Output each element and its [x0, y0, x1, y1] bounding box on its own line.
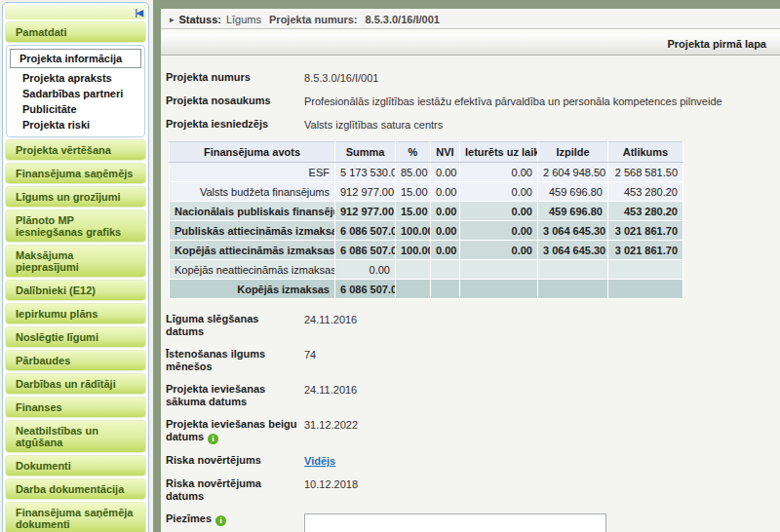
sidebar-item-finansejuma-sanemejs[interactable]: Finansējuma saņēmējs [5, 163, 146, 184]
sidebar-item-maksajuma-pieprasijumi[interactable]: Maksājuma pieprasījumi [5, 245, 146, 278]
column-header-nvi: NVI [431, 142, 460, 163]
sidebar-item-ligums-un-grozijumi[interactable]: Līgums un grozījumi [5, 186, 146, 208]
sidebar-item-finansejuma-sanemeja-dokumenti[interactable]: Finansējuma saņēmēja dokumenti [5, 502, 146, 532]
field-piezimes: Piezīmesi [166, 513, 772, 532]
table-cell [396, 260, 431, 280]
sidebar-item-darbibas-un-raditaji[interactable]: Darbības un rādītāji [5, 373, 146, 395]
submenu-panel: Projekta informācijaProjekta aprakstsSad… [6, 45, 145, 137]
field-value-projekta-numurs: 8.5.3.0/16/I/001 [304, 71, 772, 85]
table-row-nacionalais-publiskais-finansejums: Nacionālais publiskais finansējums912 97… [170, 202, 683, 221]
table-cell: 3 021 861.70 [608, 241, 683, 260]
field-label-projekta-iesniedzejs: Projekta iesniedzējs [166, 118, 304, 132]
project-number-label: Projekta numurs: [269, 14, 357, 25]
status-label: Statuss: [179, 14, 221, 25]
field-riska-novertejums: Riska novērtējumsVidējs [166, 454, 772, 468]
column-header-finansejuma-avots: Finansējuma avots [170, 142, 335, 163]
submenu-item-projekta-riski[interactable]: Projekta riski [10, 117, 141, 133]
field-value-projekta-nosaukums: Profesionālās izglītības iestāžu efektīv… [304, 95, 772, 108]
collapse-sidebar-icon[interactable]: |◀ [136, 8, 142, 18]
table-cell [396, 280, 431, 299]
table-cell: 6 086 507.00 [335, 241, 396, 260]
field-value-riska-novertejuma-datums: 10.12.2018 [304, 477, 772, 503]
sidebar-collapse-bar: |◀ [5, 5, 146, 19]
table-cell: 100.00 [396, 241, 431, 260]
finance-table-head-row: Finansējuma avotsSumma%NVIIeturēts uz la… [170, 142, 683, 163]
table-cell: Nacionālais publiskais finansējums [170, 202, 335, 221]
table-cell: Kopējās neattiecināmās izmaksas [170, 260, 335, 280]
sidebar-item-darba-dokumentacija[interactable]: Darba dokumentācija [5, 478, 146, 500]
column-header-ieturets-uz-laiku: Ieturēts uz laiku [460, 142, 538, 163]
sidebar: |◀ PamatdatiProjekta informācijaProjekta… [0, 0, 153, 532]
sidebar-item-projekta-vertesana[interactable]: Projekta vērtēšana [5, 139, 146, 161]
field-label-riska-novertejums: Riska novērtējums [166, 454, 304, 468]
notes-textarea[interactable] [304, 513, 606, 532]
project-number-value: 8.5.3.0/16/I/001 [365, 14, 439, 25]
info-icon[interactable]: i [208, 434, 218, 444]
table-cell [460, 280, 538, 299]
table-cell: 0.00 [460, 241, 538, 260]
column-header-summa: Summa [335, 142, 396, 163]
sidebar-item-planoto-mp-iesniegsanas-grafiks[interactable]: Plānoto MP iesniegšanas grafiks [5, 209, 146, 243]
table-cell: 0.00 [431, 182, 460, 202]
table-cell: Valsts budžeta finansējums [170, 182, 335, 202]
field-projekta-iesniedzejs: Projekta iesniedzējsValsts izglītības sa… [166, 118, 772, 132]
table-cell: 15.00 [396, 202, 431, 221]
field-riska-novertejuma-datums: Riska novērtējuma datums10.12.2018 [166, 477, 772, 503]
field-value-istenosanas-ilgums-menesos: 74 [304, 348, 772, 373]
submenu-item-publicitate[interactable]: Publicitāte [10, 101, 141, 117]
table-cell: 3 064 645.30 [538, 221, 608, 241]
table-cell: 15.00 [396, 182, 431, 202]
table-cell: 0.00 [460, 163, 538, 182]
main-content: ▸ Statuss: Līgums Projekta numurs: 8.5.3… [153, 0, 780, 532]
table-cell: 2 568 581.50 [608, 163, 683, 182]
page: |◀ PamatdatiProjekta informācijaProjekta… [0, 0, 780, 532]
sidebar-item-finanses[interactable]: Finanses [5, 397, 146, 418]
table-cell: 5 173 530.00 [335, 163, 396, 182]
finance-table: Finansējuma avotsSumma%NVIIeturēts uz la… [169, 141, 683, 299]
table-cell: 0.00 [431, 241, 460, 260]
table-cell: 6 086 507.00 [335, 221, 396, 241]
submenu-item-sadarbibas-partneri[interactable]: Sadarbības partneri [10, 86, 141, 101]
table-cell: ESF [170, 163, 335, 182]
table-cell [608, 280, 683, 299]
field-value-projekta-ieviesanas-sakuma-datums: 24.11.2016 [304, 383, 772, 408]
risk-rating-link[interactable]: Vidējs [304, 455, 335, 467]
sidebar-item-parbaudes[interactable]: Pārbaudes [5, 350, 146, 371]
sidebar-panel: |◀ PamatdatiProjekta informācijaProjekta… [2, 2, 149, 532]
submenu-item-projekta-informacija[interactable]: Projekta informācija [10, 49, 141, 68]
table-cell [431, 260, 460, 280]
table-row-valsts-budzeta-finansejums: Valsts budžeta finansējums912 977.0015.0… [170, 182, 683, 202]
field-value-piezimes [304, 513, 772, 532]
table-cell: 85.00 [396, 163, 431, 182]
field-label-istenosanas-ilgums-menesos: Īstenošanas ilgums mēnešos [166, 348, 304, 373]
table-cell: 459 696.80 [538, 202, 608, 221]
field-label-piezimes: Piezīmesi [166, 513, 304, 532]
field-istenosanas-ilgums-menesos: Īstenošanas ilgums mēnešos74 [166, 348, 772, 373]
table-row-kopejas-attiecinamas-izmaksas: Kopējās attiecināmās izmaksas6 086 507.0… [170, 241, 683, 260]
sidebar-item-neatbilstibas-un-atgusana[interactable]: Neatbilstības un atgūšana [5, 420, 146, 453]
field-label-projekta-ieviesanas-sakuma-datums: Projekta ieviešanas sākuma datums [166, 383, 304, 408]
status-expander-icon[interactable]: ▸ [170, 15, 175, 24]
field-projekta-ieviesanas-sakuma-datums: Projekta ieviešanas sākuma datums24.11.2… [166, 383, 772, 408]
table-cell: 0.00 [460, 202, 538, 221]
table-cell [460, 260, 538, 280]
page-title: Projekta pirmā lapa [668, 38, 767, 50]
sidebar-item-dalibnieki-e12[interactable]: Dalībnieki (E12) [5, 280, 146, 301]
table-cell: 0.00 [460, 221, 538, 241]
sidebar-item-dokumenti[interactable]: Dokumenti [5, 455, 146, 476]
table-cell: 453 280.20 [608, 182, 683, 202]
column-header-izpilde: Izpilde [538, 142, 608, 163]
table-cell: 912 977.00 [335, 202, 396, 221]
info-icon[interactable]: i [215, 515, 226, 526]
sidebar-item-pamatdati[interactable]: Pamatdati [5, 21, 146, 43]
status-value: Līgums [226, 14, 261, 25]
table-row-publiskas-attiecinamas-izmaksas: Publiskās attiecināmās izmaksas6 086 507… [170, 221, 683, 241]
table-cell: 3 064 645.30 [538, 241, 608, 260]
table-cell: 453 280.20 [608, 202, 683, 221]
sidebar-item-noslegtie-ligumi[interactable]: Noslēgtie līgumi [5, 326, 146, 348]
submenu-item-projekta-apraksts[interactable]: Projekta apraksts [10, 70, 141, 86]
table-cell: 0.00 [335, 260, 396, 280]
table-cell [608, 260, 683, 280]
sidebar-item-iepirkumu-plans[interactable]: Iepirkumu plāns [5, 303, 146, 324]
table-row-kopejas-izmaksas: Kopējās izmaksas6 086 507.00 [170, 280, 683, 299]
